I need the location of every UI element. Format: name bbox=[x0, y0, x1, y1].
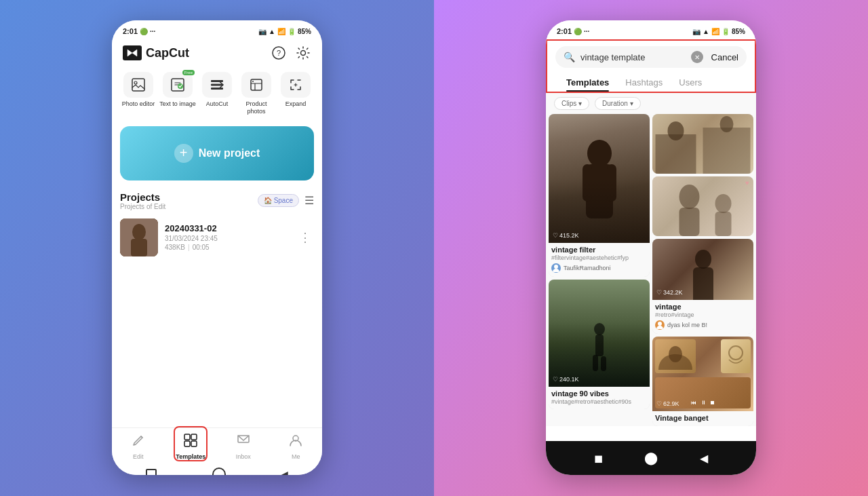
pause-icon: ⏸ bbox=[701, 400, 706, 406]
space-label: Space bbox=[274, 197, 293, 204]
template-title-2: vintage bbox=[655, 303, 751, 311]
duration-filter[interactable]: Duration ▾ bbox=[595, 97, 641, 110]
feature-autocut[interactable]: AutoCut bbox=[199, 72, 235, 115]
template-author-2: dyas kol me B! bbox=[655, 320, 751, 330]
template-info-banget: Vintage banget bbox=[652, 411, 753, 426]
svg-point-42 bbox=[729, 346, 743, 360]
template-author-1: TaufikRamadhoni bbox=[551, 263, 647, 273]
right-wifi-icon: 📶 bbox=[711, 28, 719, 35]
template-card-sepia-1[interactable] bbox=[652, 114, 753, 174]
template-card-vintage-filter[interactable]: ♡ 415.2K vintage filter #filtervintage#a… bbox=[549, 114, 650, 277]
template-card-sepia-2[interactable]: ♥ bbox=[652, 176, 753, 236]
battery-icon: 🔋 bbox=[288, 28, 296, 35]
tab-hashtags[interactable]: Hashtags bbox=[617, 73, 671, 92]
svg-point-4 bbox=[134, 81, 137, 84]
right-camera-icon: 📷 bbox=[692, 28, 701, 35]
feature-product-photos[interactable]: Product photos bbox=[238, 72, 275, 115]
svg-rect-35 bbox=[679, 208, 700, 236]
clips-filter[interactable]: Clips ▾ bbox=[554, 97, 589, 110]
status-dots: ··· bbox=[150, 28, 155, 35]
templates-nav-label: Templates bbox=[176, 453, 205, 460]
template-col-left: ♡ 415.2K vintage filter #filtervintage#a… bbox=[549, 114, 650, 426]
author-avatar-2 bbox=[655, 320, 665, 330]
template-title-3: vintage 90 vibes bbox=[551, 389, 647, 398]
me-nav-icon bbox=[288, 433, 303, 451]
search-icon: 🔍 bbox=[564, 52, 575, 62]
thumb-image bbox=[120, 218, 158, 256]
logo-text: CapCut bbox=[146, 46, 189, 60]
search-bar[interactable]: 🔍 vintage template ✕ Cancel bbox=[555, 46, 747, 68]
right-status-time: 2:01 🟢 ··· bbox=[557, 27, 589, 35]
capcut-logo: CapCut bbox=[123, 45, 189, 60]
likes-icon-2: ♡ bbox=[656, 289, 662, 296]
svg-rect-3 bbox=[132, 79, 144, 91]
project-size: 438KB bbox=[165, 244, 185, 251]
nav-me[interactable]: Me bbox=[270, 429, 323, 464]
expand-label: Expand bbox=[285, 100, 307, 108]
settings-icon[interactable] bbox=[295, 45, 311, 61]
project-thumbnail bbox=[120, 218, 158, 256]
autocut-label: AutoCut bbox=[206, 100, 229, 108]
author-name-2: dyas kol me B! bbox=[667, 322, 707, 328]
template-card-banget[interactable]: ⏮ ⏸ ⏹ ♡ 62.9K Vintage banget bbox=[652, 337, 753, 426]
nav-edit[interactable]: Edit bbox=[112, 429, 165, 464]
search-cancel-button[interactable]: Cancel bbox=[709, 52, 738, 62]
project-meta: 438KB | 00:05 bbox=[165, 244, 290, 251]
edit-nav-icon bbox=[131, 433, 146, 451]
nav-items: Edit Templates bbox=[112, 428, 322, 465]
project-date: 31/03/2024 23:45 bbox=[165, 235, 290, 242]
system-square-button[interactable]: ◼ bbox=[594, 452, 603, 465]
svg-rect-7 bbox=[211, 80, 223, 82]
system-home-button[interactable]: ⬤ bbox=[644, 451, 658, 465]
tab-users[interactable]: Users bbox=[671, 73, 710, 92]
tab-templates[interactable]: Templates bbox=[558, 73, 617, 92]
project-name: 20240331-02 bbox=[165, 223, 290, 233]
template-title-1: vintage filter bbox=[551, 246, 647, 254]
home-square-button[interactable] bbox=[146, 469, 157, 475]
svg-point-40 bbox=[658, 322, 662, 326]
inbox-nav-label: Inbox bbox=[236, 453, 251, 460]
template-results-grid: ♡ 415.2K vintage filter #filtervintage#a… bbox=[546, 114, 756, 426]
template-card-90vibes[interactable]: ♡ 240.1K vintage 90 vibes #vintage#retro… bbox=[549, 280, 650, 409]
feature-photo-editor[interactable]: Photo editor bbox=[120, 72, 157, 115]
nav-templates[interactable]: Templates bbox=[165, 429, 218, 464]
search-query-text: vintage template bbox=[580, 52, 686, 62]
system-back-button[interactable]: ◀ bbox=[700, 452, 708, 465]
svg-point-36 bbox=[715, 194, 732, 213]
right-battery-percent: 85% bbox=[732, 28, 745, 35]
projects-actions: 🏠 Space ☰ bbox=[258, 194, 314, 207]
feature-expand[interactable]: Expand bbox=[277, 72, 314, 115]
svg-rect-16 bbox=[184, 434, 190, 440]
nav-inbox[interactable]: Inbox bbox=[217, 429, 270, 464]
home-back-button[interactable]: ◀ bbox=[281, 469, 288, 475]
template-card-vintage[interactable]: ♡ 342.2K vintage #retro#vintage dyas kol… bbox=[652, 239, 753, 334]
template-tags-3: #vintage#retro#aesthetic#90s bbox=[551, 398, 647, 405]
author-avatar-1 bbox=[551, 263, 561, 273]
space-button[interactable]: 🏠 Space bbox=[258, 194, 299, 207]
search-clear-button[interactable]: ✕ bbox=[691, 51, 703, 63]
svg-rect-18 bbox=[184, 441, 190, 446]
capcut-header: CapCut ? bbox=[112, 39, 322, 66]
svg-point-11 bbox=[252, 81, 254, 82]
text-to-image-label: Text to image bbox=[159, 100, 196, 108]
right-status-icons: 📷 ▲ 📶 🔋 85% bbox=[692, 28, 745, 35]
svg-point-2 bbox=[301, 51, 306, 56]
feature-text-to-image[interactable]: Free Text to image bbox=[159, 72, 196, 115]
project-more-button[interactable]: ⋮ bbox=[296, 227, 314, 248]
wifi-icon: 📶 bbox=[277, 28, 285, 35]
left-status-time: 2:01 🟢 ··· bbox=[123, 27, 155, 35]
home-circle-button[interactable] bbox=[212, 468, 226, 475]
expand-icon-box bbox=[281, 72, 311, 98]
right-battery-icon: 🔋 bbox=[722, 28, 730, 35]
logo-icon bbox=[123, 45, 142, 60]
question-icon[interactable]: ? bbox=[271, 45, 287, 61]
sort-icon[interactable]: ☰ bbox=[304, 194, 314, 207]
project-item[interactable]: 20240331-02 31/03/2024 23:45 438KB | 00:… bbox=[112, 213, 322, 262]
product-photos-label: Product photos bbox=[238, 100, 275, 115]
new-project-button[interactable]: + New project bbox=[120, 126, 314, 180]
svg-rect-17 bbox=[191, 434, 197, 440]
search-tabs: Templates Hashtags Users bbox=[555, 68, 747, 92]
template-title-4: Vintage banget bbox=[655, 414, 751, 422]
right-signal-icon: ▲ bbox=[703, 28, 709, 35]
stop-icon: ⏹ bbox=[710, 400, 715, 406]
